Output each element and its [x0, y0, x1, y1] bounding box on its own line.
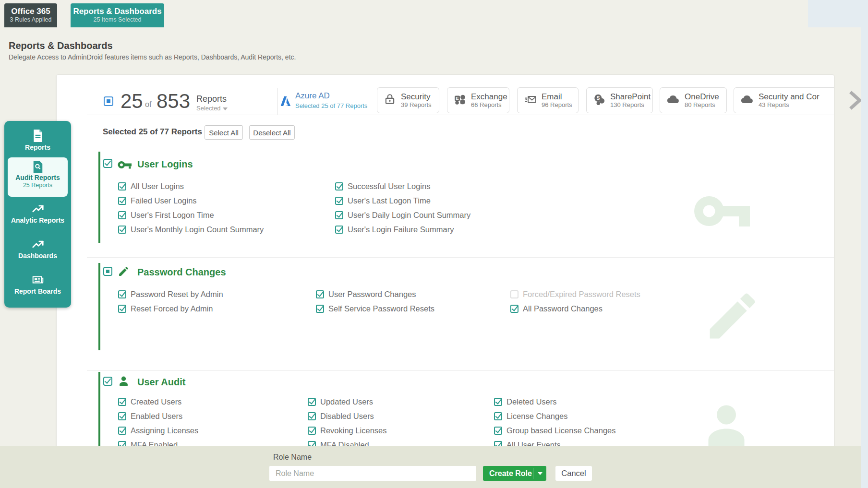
report-checkbox-item[interactable]: Successful User Logins [335, 179, 470, 193]
checkbox-checked-icon [118, 211, 126, 219]
key-icon [118, 160, 132, 172]
report-checkbox-item[interactable]: Self Service Password Resets [316, 301, 434, 316]
checkbox-checked-icon [494, 398, 502, 406]
total-count: 853 [157, 91, 190, 112]
trending-up-icon [4, 238, 71, 250]
role-name-label: Role Name [273, 453, 312, 462]
summary-state-dropdown[interactable]: Selected [196, 105, 228, 112]
sidebar-item-reports[interactable]: Reports [4, 130, 71, 152]
section-accent-bar [98, 152, 100, 243]
checkbox-checked-icon [118, 427, 126, 435]
azure-selected-count: Selected 25 of 77 Reports [295, 102, 367, 109]
tab-reports-dashboards[interactable]: Reports & Dashboards 25 Items Selected [71, 3, 164, 27]
report-checkbox-item[interactable]: License Changes [494, 409, 616, 423]
window-corner-panel [808, 0, 868, 27]
checkbox-checked-icon [118, 290, 126, 298]
report-checkbox-item[interactable]: User's First Logon Time [118, 208, 264, 222]
role-name-input[interactable] [269, 466, 476, 481]
section-user-audit-checkbox[interactable] [103, 377, 112, 386]
deselect-all-button[interactable]: Deselect All [249, 125, 295, 140]
checkbox-checked-icon [118, 305, 126, 313]
checkbox-checked-icon [308, 427, 316, 435]
service-tab-onedrive[interactable]: OneDrive80 Reports [660, 87, 727, 113]
exchange-icon: E [454, 93, 466, 107]
report-checkbox-item[interactable]: Assigning Licenses [118, 423, 198, 438]
header-separator [277, 88, 278, 115]
checkbox-checked-icon [510, 305, 518, 313]
sidebar-item-audit-reports[interactable]: Audit Reports 25 Reports [8, 157, 68, 197]
report-checkbox-item[interactable]: Enabled Users [118, 409, 198, 423]
service-tab-email[interactable]: Email96 Reports [517, 87, 579, 113]
report-checkbox-item[interactable]: Revoking Licenses [308, 423, 387, 438]
service-tab-azure-ad[interactable]: Azure AD [295, 91, 330, 101]
tab-reports-subtitle: 25 Items Selected [71, 16, 164, 24]
section-user-logins-checkbox[interactable] [103, 159, 112, 168]
checkbox-checked-icon [494, 427, 502, 435]
header-divider [87, 115, 834, 115]
section-title-user-logins: User Logins [137, 158, 193, 170]
pencil-watermark-icon [702, 286, 762, 348]
key-watermark-icon [694, 196, 750, 228]
checkbox-checked-icon [118, 197, 126, 205]
report-checkbox-item[interactable]: Created Users [118, 394, 198, 409]
section-divider [87, 257, 834, 258]
scrollbar-track[interactable] [861, 0, 868, 488]
cancel-button[interactable]: Cancel [555, 466, 592, 481]
create-role-button[interactable]: Create Role [483, 466, 546, 481]
report-checkbox-item[interactable]: Deleted Users [494, 394, 616, 409]
checkbox-checked-icon [335, 226, 343, 234]
service-tab-exchange[interactable]: E Exchange66 Reports [447, 87, 509, 113]
report-checkbox-item[interactable]: User's Monthly Login Count Summary [118, 222, 264, 237]
svg-text:E: E [456, 96, 459, 101]
service-tab-security-compliance[interactable]: Security and Cor43 Reports [734, 87, 834, 113]
summary-checkbox-icon[interactable] [104, 96, 113, 106]
tab-office365-subtitle: 3 Rules Applied [4, 16, 57, 24]
service-tab-sharepoint[interactable]: S SharePoint130 Reports [586, 87, 653, 113]
person-icon [118, 375, 130, 389]
reports-card: 25 of 853 Reports Selected Azure AD Sele… [56, 74, 834, 488]
report-checkbox-item[interactable]: Failed User Logins [118, 193, 264, 208]
section-divider [87, 370, 834, 371]
section-title-password-changes: Password Changes [137, 266, 226, 278]
service-tab-security[interactable]: Security39 Reports [377, 87, 439, 113]
sidebar-item-dashboards[interactable]: Dashboards [4, 238, 71, 260]
report-checkbox-item-disabled: Forced/Expired Password Resets [510, 287, 640, 301]
checkbox-checked-icon [118, 226, 126, 234]
section-password-changes-checkbox[interactable] [103, 267, 112, 276]
sidebar-item-analytic-reports[interactable]: Analytic Reports [4, 202, 71, 225]
report-checkbox-item[interactable]: User's Login Failure Summary [335, 222, 470, 237]
cloud-icon [740, 94, 754, 107]
azure-icon [278, 95, 292, 110]
sidebar-item-report-boards[interactable]: Report Boards [4, 274, 71, 296]
sharepoint-icon: S [593, 93, 605, 107]
checkbox-checked-icon [494, 412, 502, 420]
page: Office 365 3 Rules Applied Reports & Das… [0, 0, 868, 488]
section-title-user-audit: User Audit [137, 376, 185, 388]
report-checkbox-item[interactable]: Password Reset by Admin [118, 287, 223, 301]
report-checkbox-item[interactable]: Disabled Users [308, 409, 387, 423]
report-checkbox-item[interactable]: Reset Forced by Admin [118, 301, 223, 316]
of-label: of [145, 100, 151, 109]
report-checkbox-item[interactable]: Group based License Changes [494, 423, 616, 438]
checkbox-unchecked-icon [510, 290, 518, 298]
report-checkbox-item[interactable]: User's Daily Login Count Summary [335, 208, 470, 222]
selection-status: Selected 25 of 77 Reports [103, 127, 202, 137]
checkbox-checked-icon [118, 412, 126, 420]
tab-office365[interactable]: Office 365 3 Rules Applied [4, 3, 57, 27]
page-subtitle: Delegate Access to AdminDroid features i… [9, 53, 296, 61]
report-checkbox-item[interactable]: All Password Changes [510, 301, 640, 316]
checkbox-checked-icon [335, 182, 343, 190]
report-checkbox-item[interactable]: User Password Changes [316, 287, 434, 301]
report-checkbox-item[interactable]: User's Last Logon Time [335, 193, 470, 208]
report-checkbox-item[interactable]: All User Logins [118, 179, 264, 193]
checkbox-checked-icon [308, 412, 316, 420]
report-checkbox-item[interactable]: Updated Users [308, 394, 387, 409]
selected-count: 25 [121, 91, 143, 112]
cloud-icon [666, 94, 680, 107]
section-accent-bar [98, 263, 100, 350]
select-all-button[interactable]: Select All [205, 125, 243, 140]
checkbox-checked-icon [316, 305, 324, 313]
document-icon [4, 130, 71, 142]
svg-text:S: S [596, 95, 600, 101]
checkbox-checked-icon [335, 197, 343, 205]
